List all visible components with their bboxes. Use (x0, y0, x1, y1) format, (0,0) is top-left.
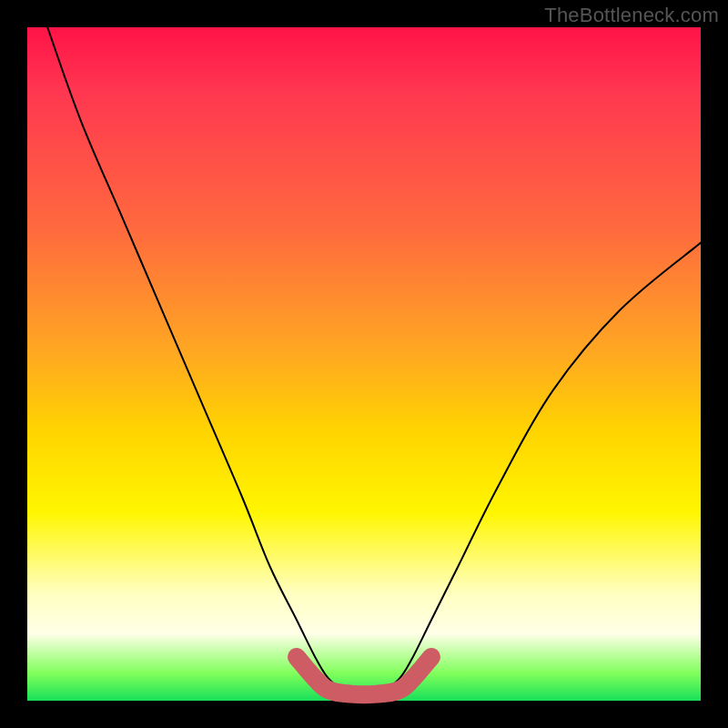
chart-frame: TheBottleneck.com (0, 0, 728, 728)
black-curve (47, 27, 701, 696)
plot-area (27, 27, 701, 701)
pink-band (297, 657, 431, 694)
watermark-text: TheBottleneck.com (544, 4, 719, 27)
curves-svg (27, 27, 701, 701)
